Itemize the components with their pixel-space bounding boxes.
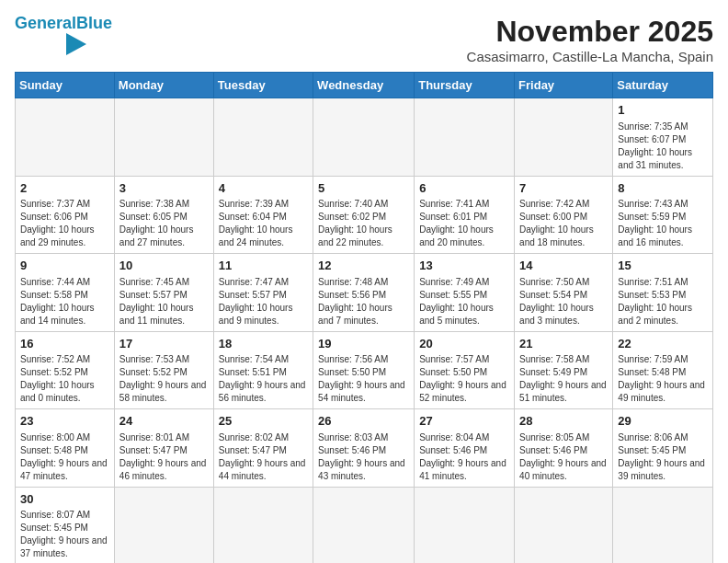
page-header: GeneralBlue November 2025 Casasimarro, C…	[15, 15, 713, 64]
day-number: 13	[419, 258, 509, 274]
calendar-week-row: 1Sunrise: 7:35 AM Sunset: 6:07 PM Daylig…	[16, 98, 713, 177]
calendar-week-row: 2Sunrise: 7:37 AM Sunset: 6:06 PM Daylig…	[16, 176, 713, 254]
day-number: 1	[618, 102, 708, 119]
calendar-cell: 23Sunrise: 8:00 AM Sunset: 5:48 PM Dayli…	[16, 409, 115, 488]
day-header-thursday: Thursday	[415, 73, 515, 98]
calendar-cell: 5Sunrise: 7:40 AM Sunset: 6:02 PM Daylig…	[313, 176, 415, 254]
day-info: Sunrise: 7:41 AM Sunset: 6:01 PM Dayligh…	[419, 198, 509, 249]
calendar-cell: 13Sunrise: 7:49 AM Sunset: 5:55 PM Dayli…	[415, 254, 515, 332]
calendar-cell: 15Sunrise: 7:51 AM Sunset: 5:53 PM Dayli…	[613, 254, 713, 332]
day-number: 11	[219, 258, 308, 274]
day-info: Sunrise: 8:04 AM Sunset: 5:46 PM Dayligh…	[419, 431, 509, 483]
day-number: 4	[219, 180, 308, 197]
calendar-cell: 10Sunrise: 7:45 AM Sunset: 5:57 PM Dayli…	[114, 254, 213, 332]
day-number: 30	[20, 491, 109, 508]
day-number: 22	[618, 336, 708, 352]
day-number: 29	[618, 413, 708, 430]
calendar-week-row: 16Sunrise: 7:52 AM Sunset: 5:52 PM Dayli…	[16, 331, 713, 409]
day-info: Sunrise: 7:42 AM Sunset: 6:00 PM Dayligh…	[519, 198, 608, 249]
day-number: 8	[618, 180, 708, 197]
calendar-cell: 28Sunrise: 8:05 AM Sunset: 5:46 PM Dayli…	[515, 409, 613, 488]
calendar-cell: 7Sunrise: 7:42 AM Sunset: 6:00 PM Daylig…	[515, 176, 613, 254]
day-info: Sunrise: 7:52 AM Sunset: 5:52 PM Dayligh…	[20, 353, 109, 405]
day-info: Sunrise: 8:02 AM Sunset: 5:47 PM Dayligh…	[219, 431, 308, 483]
day-info: Sunrise: 7:40 AM Sunset: 6:02 PM Dayligh…	[318, 198, 409, 249]
calendar-cell: 17Sunrise: 7:53 AM Sunset: 5:52 PM Dayli…	[114, 331, 213, 409]
day-number: 12	[318, 258, 409, 274]
day-info: Sunrise: 7:54 AM Sunset: 5:51 PM Dayligh…	[219, 353, 308, 405]
calendar-week-row: 30Sunrise: 8:07 AM Sunset: 5:45 PM Dayli…	[16, 487, 713, 563]
day-number: 5	[318, 180, 409, 197]
day-header-sunday: Sunday	[16, 73, 115, 98]
logo-text: GeneralBlue	[15, 15, 112, 31]
day-info: Sunrise: 8:07 AM Sunset: 5:45 PM Dayligh…	[20, 509, 109, 560]
day-info: Sunrise: 7:51 AM Sunset: 5:53 PM Dayligh…	[618, 276, 708, 327]
calendar-cell: 19Sunrise: 7:56 AM Sunset: 5:50 PM Dayli…	[313, 331, 415, 409]
calendar-title: November 2025	[467, 15, 713, 49]
day-number: 14	[519, 258, 608, 274]
calendar-cell	[613, 487, 713, 563]
calendar-cell	[515, 487, 613, 563]
day-number: 19	[318, 336, 409, 352]
calendar-cell: 27Sunrise: 8:04 AM Sunset: 5:46 PM Dayli…	[415, 409, 515, 488]
calendar-cell: 24Sunrise: 8:01 AM Sunset: 5:47 PM Dayli…	[114, 409, 213, 488]
day-number: 25	[219, 413, 308, 430]
calendar-cell	[313, 98, 415, 177]
calendar-week-row: 9Sunrise: 7:44 AM Sunset: 5:58 PM Daylig…	[16, 254, 713, 332]
calendar-cell: 8Sunrise: 7:43 AM Sunset: 5:59 PM Daylig…	[613, 176, 713, 254]
day-number: 2	[20, 180, 109, 197]
day-info: Sunrise: 7:49 AM Sunset: 5:55 PM Dayligh…	[419, 276, 509, 327]
calendar-cell: 2Sunrise: 7:37 AM Sunset: 6:06 PM Daylig…	[16, 176, 115, 254]
calendar-cell: 22Sunrise: 7:59 AM Sunset: 5:48 PM Dayli…	[613, 331, 713, 409]
day-header-tuesday: Tuesday	[213, 73, 313, 98]
calendar-cell: 1Sunrise: 7:35 AM Sunset: 6:07 PM Daylig…	[613, 98, 713, 177]
day-number: 26	[318, 413, 409, 430]
calendar-cell: 30Sunrise: 8:07 AM Sunset: 5:45 PM Dayli…	[16, 487, 115, 563]
calendar-cell: 20Sunrise: 7:57 AM Sunset: 5:50 PM Dayli…	[415, 331, 515, 409]
day-number: 18	[219, 336, 308, 352]
day-info: Sunrise: 8:05 AM Sunset: 5:46 PM Dayligh…	[519, 431, 608, 483]
day-number: 16	[20, 336, 109, 352]
day-info: Sunrise: 8:01 AM Sunset: 5:47 PM Dayligh…	[119, 431, 209, 483]
calendar-week-row: 23Sunrise: 8:00 AM Sunset: 5:48 PM Dayli…	[16, 409, 713, 488]
calendar-cell: 25Sunrise: 8:02 AM Sunset: 5:47 PM Dayli…	[213, 409, 313, 488]
calendar-cell: 4Sunrise: 7:39 AM Sunset: 6:04 PM Daylig…	[213, 176, 313, 254]
calendar-cell: 11Sunrise: 7:47 AM Sunset: 5:57 PM Dayli…	[213, 254, 313, 332]
day-info: Sunrise: 8:00 AM Sunset: 5:48 PM Dayligh…	[20, 431, 109, 483]
calendar-table: SundayMondayTuesdayWednesdayThursdayFrid…	[15, 72, 713, 563]
day-header-monday: Monday	[114, 73, 213, 98]
calendar-cell	[114, 487, 213, 563]
day-number: 7	[519, 180, 608, 197]
calendar-cell	[415, 487, 515, 563]
calendar-cell: 18Sunrise: 7:54 AM Sunset: 5:51 PM Dayli…	[213, 331, 313, 409]
day-info: Sunrise: 7:48 AM Sunset: 5:56 PM Dayligh…	[318, 276, 409, 327]
day-number: 24	[119, 413, 209, 430]
day-number: 10	[119, 258, 209, 274]
day-number: 15	[618, 258, 708, 274]
calendar-cell: 26Sunrise: 8:03 AM Sunset: 5:46 PM Dayli…	[313, 409, 415, 488]
calendar-cell	[16, 98, 115, 177]
day-info: Sunrise: 7:45 AM Sunset: 5:57 PM Dayligh…	[119, 276, 209, 327]
calendar-cell: 6Sunrise: 7:41 AM Sunset: 6:01 PM Daylig…	[415, 176, 515, 254]
day-info: Sunrise: 7:56 AM Sunset: 5:50 PM Dayligh…	[318, 353, 409, 405]
day-info: Sunrise: 7:37 AM Sunset: 6:06 PM Dayligh…	[20, 198, 109, 249]
day-info: Sunrise: 7:57 AM Sunset: 5:50 PM Dayligh…	[419, 353, 509, 405]
day-number: 23	[20, 413, 109, 430]
day-number: 3	[119, 180, 209, 197]
day-info: Sunrise: 8:06 AM Sunset: 5:45 PM Dayligh…	[618, 431, 708, 483]
day-number: 6	[419, 180, 509, 197]
calendar-cell: 14Sunrise: 7:50 AM Sunset: 5:54 PM Dayli…	[515, 254, 613, 332]
day-header-saturday: Saturday	[613, 73, 713, 98]
calendar-cell: 12Sunrise: 7:48 AM Sunset: 5:56 PM Dayli…	[313, 254, 415, 332]
calendar-cell	[114, 98, 213, 177]
calendar-cell: 9Sunrise: 7:44 AM Sunset: 5:58 PM Daylig…	[16, 254, 115, 332]
day-info: Sunrise: 7:35 AM Sunset: 6:07 PM Dayligh…	[618, 121, 708, 172]
day-info: Sunrise: 7:50 AM Sunset: 5:54 PM Dayligh…	[519, 276, 608, 327]
logo: GeneralBlue	[15, 15, 112, 55]
calendar-cell	[515, 98, 613, 177]
day-info: Sunrise: 7:47 AM Sunset: 5:57 PM Dayligh…	[219, 276, 308, 327]
day-number: 21	[519, 336, 608, 352]
day-info: Sunrise: 7:53 AM Sunset: 5:52 PM Dayligh…	[119, 353, 209, 405]
day-header-friday: Friday	[515, 73, 613, 98]
day-info: Sunrise: 7:39 AM Sunset: 6:04 PM Dayligh…	[219, 198, 308, 249]
